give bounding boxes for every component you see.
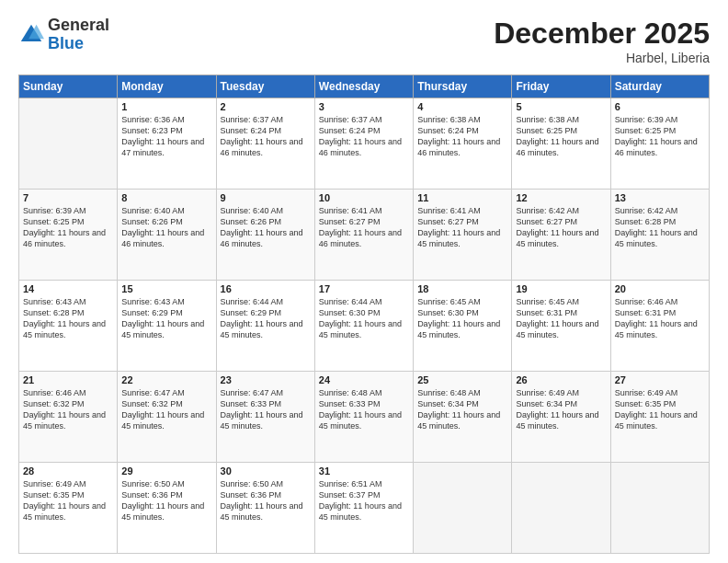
- table-row: 14Sunrise: 6:43 AMSunset: 6:28 PMDayligh…: [19, 281, 118, 372]
- day-info: Sunrise: 6:44 AMSunset: 6:29 PMDaylight:…: [221, 296, 311, 341]
- col-wednesday: Wednesday: [314, 75, 413, 98]
- day-info: Sunrise: 6:38 AMSunset: 6:24 PMDaylight:…: [417, 114, 507, 159]
- calendar-week-row: 1Sunrise: 6:36 AMSunset: 6:23 PMDaylight…: [19, 98, 710, 190]
- day-info: Sunrise: 6:46 AMSunset: 6:31 PMDaylight:…: [615, 296, 705, 341]
- day-info: Sunrise: 6:37 AMSunset: 6:24 PMDaylight:…: [221, 114, 311, 159]
- day-number: 20: [615, 283, 705, 294]
- day-info: Sunrise: 6:45 AMSunset: 6:30 PMDaylight:…: [417, 296, 507, 341]
- table-row: 20Sunrise: 6:46 AMSunset: 6:31 PMDayligh…: [610, 281, 709, 372]
- logo-blue-text: Blue: [48, 35, 109, 53]
- calendar-week-row: 21Sunrise: 6:46 AMSunset: 6:32 PMDayligh…: [19, 372, 710, 463]
- table-row: [610, 463, 709, 554]
- table-row: 23Sunrise: 6:47 AMSunset: 6:33 PMDayligh…: [216, 372, 314, 463]
- day-info: Sunrise: 6:42 AMSunset: 6:28 PMDaylight:…: [615, 205, 705, 250]
- day-info: Sunrise: 6:36 AMSunset: 6:23 PMDaylight:…: [121, 114, 211, 159]
- table-row: 6Sunrise: 6:39 AMSunset: 6:25 PMDaylight…: [610, 98, 709, 190]
- day-info: Sunrise: 6:50 AMSunset: 6:36 PMDaylight:…: [121, 478, 211, 523]
- table-row: 2Sunrise: 6:37 AMSunset: 6:24 PMDaylight…: [216, 98, 314, 190]
- day-number: 4: [417, 101, 507, 112]
- calendar-title: December 2025: [494, 17, 710, 51]
- day-info: Sunrise: 6:43 AMSunset: 6:28 PMDaylight:…: [23, 296, 113, 341]
- calendar-week-row: 28Sunrise: 6:49 AMSunset: 6:35 PMDayligh…: [19, 463, 710, 554]
- day-info: Sunrise: 6:48 AMSunset: 6:34 PMDaylight:…: [417, 387, 507, 432]
- day-number: 19: [516, 283, 606, 294]
- day-info: Sunrise: 6:42 AMSunset: 6:27 PMDaylight:…: [516, 205, 606, 250]
- day-number: 2: [221, 101, 311, 112]
- day-number: 28: [23, 465, 113, 477]
- calendar-table: Sunday Monday Tuesday Wednesday Thursday…: [18, 75, 710, 554]
- day-info: Sunrise: 6:49 AMSunset: 6:35 PMDaylight:…: [615, 387, 705, 432]
- col-sunday: Sunday: [19, 75, 118, 98]
- table-row: 31Sunrise: 6:51 AMSunset: 6:37 PMDayligh…: [314, 463, 413, 554]
- day-info: Sunrise: 6:47 AMSunset: 6:32 PMDaylight:…: [121, 387, 211, 432]
- table-row: 27Sunrise: 6:49 AMSunset: 6:35 PMDayligh…: [610, 372, 709, 463]
- day-info: Sunrise: 6:41 AMSunset: 6:27 PMDaylight:…: [319, 205, 409, 250]
- table-row: 30Sunrise: 6:50 AMSunset: 6:36 PMDayligh…: [216, 463, 314, 554]
- day-number: 17: [319, 283, 409, 294]
- header: General Blue December 2025 Harbel, Liber…: [18, 17, 710, 65]
- logo-icon: [18, 22, 44, 48]
- table-row: 21Sunrise: 6:46 AMSunset: 6:32 PMDayligh…: [19, 372, 118, 463]
- day-number: 25: [417, 374, 507, 385]
- col-saturday: Saturday: [610, 75, 709, 98]
- day-number: 16: [221, 283, 311, 294]
- day-info: Sunrise: 6:47 AMSunset: 6:33 PMDaylight:…: [221, 387, 311, 432]
- day-number: 8: [121, 192, 211, 203]
- calendar-header-row: Sunday Monday Tuesday Wednesday Thursday…: [19, 75, 710, 98]
- day-number: 27: [615, 374, 705, 385]
- title-block: December 2025 Harbel, Liberia: [494, 17, 710, 65]
- day-info: Sunrise: 6:39 AMSunset: 6:25 PMDaylight:…: [23, 205, 113, 250]
- day-number: 11: [417, 192, 507, 203]
- day-number: 30: [221, 465, 311, 477]
- day-info: Sunrise: 6:40 AMSunset: 6:26 PMDaylight:…: [121, 205, 211, 250]
- day-number: 9: [221, 192, 311, 203]
- day-number: 24: [319, 374, 409, 385]
- table-row: 18Sunrise: 6:45 AMSunset: 6:30 PMDayligh…: [414, 281, 512, 372]
- day-info: Sunrise: 6:51 AMSunset: 6:37 PMDaylight:…: [319, 478, 409, 523]
- table-row: 8Sunrise: 6:40 AMSunset: 6:26 PMDaylight…: [118, 190, 216, 281]
- day-number: 3: [319, 101, 409, 112]
- table-row: 17Sunrise: 6:44 AMSunset: 6:30 PMDayligh…: [314, 281, 413, 372]
- table-row: 26Sunrise: 6:49 AMSunset: 6:34 PMDayligh…: [512, 372, 610, 463]
- day-number: 18: [417, 283, 507, 294]
- calendar-week-row: 14Sunrise: 6:43 AMSunset: 6:28 PMDayligh…: [19, 281, 710, 372]
- day-number: 14: [23, 283, 113, 294]
- day-info: Sunrise: 6:40 AMSunset: 6:26 PMDaylight:…: [221, 205, 311, 250]
- table-row: 10Sunrise: 6:41 AMSunset: 6:27 PMDayligh…: [314, 190, 413, 281]
- day-info: Sunrise: 6:41 AMSunset: 6:27 PMDaylight:…: [417, 205, 507, 250]
- table-row: [19, 98, 118, 190]
- day-number: 29: [121, 465, 211, 477]
- table-row: 16Sunrise: 6:44 AMSunset: 6:29 PMDayligh…: [216, 281, 314, 372]
- table-row: 19Sunrise: 6:45 AMSunset: 6:31 PMDayligh…: [512, 281, 610, 372]
- day-number: 26: [516, 374, 606, 385]
- table-row: 5Sunrise: 6:38 AMSunset: 6:25 PMDaylight…: [512, 98, 610, 190]
- day-info: Sunrise: 6:43 AMSunset: 6:29 PMDaylight:…: [121, 296, 211, 341]
- day-number: 13: [615, 192, 705, 203]
- table-row: 11Sunrise: 6:41 AMSunset: 6:27 PMDayligh…: [414, 190, 512, 281]
- col-tuesday: Tuesday: [216, 75, 314, 98]
- day-number: 15: [121, 283, 211, 294]
- day-info: Sunrise: 6:49 AMSunset: 6:35 PMDaylight:…: [23, 478, 113, 523]
- day-info: Sunrise: 6:45 AMSunset: 6:31 PMDaylight:…: [516, 296, 606, 341]
- day-number: 23: [221, 374, 311, 385]
- day-number: 1: [121, 101, 211, 112]
- table-row: 25Sunrise: 6:48 AMSunset: 6:34 PMDayligh…: [414, 372, 512, 463]
- table-row: 9Sunrise: 6:40 AMSunset: 6:26 PMDaylight…: [216, 190, 314, 281]
- logo: General Blue: [18, 17, 109, 53]
- col-thursday: Thursday: [414, 75, 512, 98]
- day-info: Sunrise: 6:48 AMSunset: 6:33 PMDaylight:…: [319, 387, 409, 432]
- day-number: 6: [615, 101, 705, 112]
- calendar-subtitle: Harbel, Liberia: [494, 51, 710, 65]
- day-number: 12: [516, 192, 606, 203]
- calendar-week-row: 7Sunrise: 6:39 AMSunset: 6:25 PMDaylight…: [19, 190, 710, 281]
- table-row: 29Sunrise: 6:50 AMSunset: 6:36 PMDayligh…: [118, 463, 216, 554]
- day-info: Sunrise: 6:44 AMSunset: 6:30 PMDaylight:…: [319, 296, 409, 341]
- day-number: 10: [319, 192, 409, 203]
- table-row: [512, 463, 610, 554]
- day-number: 22: [121, 374, 211, 385]
- table-row: 4Sunrise: 6:38 AMSunset: 6:24 PMDaylight…: [414, 98, 512, 190]
- table-row: 3Sunrise: 6:37 AMSunset: 6:24 PMDaylight…: [314, 98, 413, 190]
- day-info: Sunrise: 6:37 AMSunset: 6:24 PMDaylight:…: [319, 114, 409, 159]
- table-row: 22Sunrise: 6:47 AMSunset: 6:32 PMDayligh…: [118, 372, 216, 463]
- logo-text: General Blue: [48, 17, 109, 53]
